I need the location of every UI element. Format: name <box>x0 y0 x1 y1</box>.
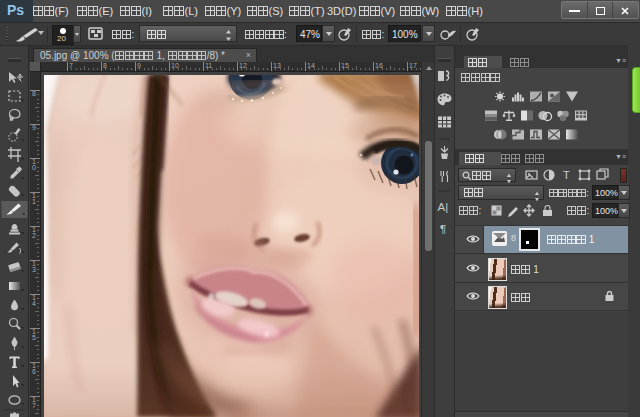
svg-text:A|: A| <box>438 201 449 213</box>
svg-text:¶: ¶ <box>440 223 446 235</box>
svg-text:T: T <box>563 169 570 181</box>
